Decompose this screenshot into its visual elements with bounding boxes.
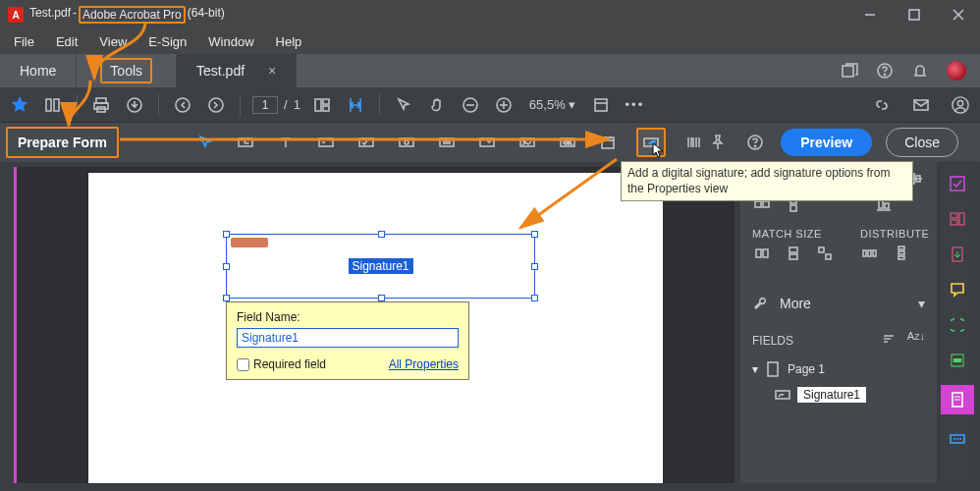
- rail-organize-icon[interactable]: [947, 208, 968, 230]
- text-field-icon[interactable]: [234, 131, 257, 154]
- svg-rect-71: [763, 201, 769, 207]
- right-panel: MATCH SIZE DISTRIBUTE More ▾ FIELDS AZ↓: [740, 161, 937, 483]
- resize-handle[interactable]: [223, 263, 230, 270]
- formbar-right: Preview Close: [706, 128, 980, 157]
- menu-file[interactable]: File: [4, 32, 44, 51]
- distribute-h-icon[interactable]: [860, 246, 880, 261]
- print-icon[interactable]: [89, 93, 113, 117]
- match-both-icon[interactable]: [815, 246, 835, 261]
- pdf-page[interactable]: Signature1 Field Name: Required field: [88, 173, 663, 483]
- account-icon[interactable]: [949, 93, 972, 117]
- tree-page-node[interactable]: ▾ Page 1: [752, 360, 925, 378]
- menu-view[interactable]: View: [89, 32, 136, 51]
- separator: [158, 94, 159, 116]
- rail-scan-icon[interactable]: [947, 314, 968, 336]
- image-field-icon[interactable]: [516, 131, 539, 154]
- sort-az-icon[interactable]: AZ↓: [907, 330, 925, 351]
- button-field-icon[interactable]: [395, 131, 418, 154]
- rail-comment-icon[interactable]: [947, 279, 968, 300]
- svg-rect-17: [323, 106, 329, 111]
- svg-rect-87: [898, 251, 904, 254]
- help-icon[interactable]: [876, 62, 894, 80]
- zoom-out-icon[interactable]: [459, 93, 482, 117]
- menu-esign[interactable]: E-Sign: [138, 32, 196, 51]
- tab-tools[interactable]: Tools: [77, 54, 177, 87]
- menu-window[interactable]: Window: [198, 32, 263, 51]
- link-icon[interactable]: [870, 93, 894, 117]
- resize-handle[interactable]: [223, 295, 230, 301]
- select-icon[interactable]: [392, 93, 415, 117]
- resize-handle[interactable]: [378, 295, 385, 301]
- share-icon[interactable]: [841, 62, 858, 80]
- more-menu[interactable]: More ▾: [752, 295, 925, 312]
- rail-redact-icon[interactable]: [947, 350, 968, 371]
- dropdown-field-icon[interactable]: [435, 131, 459, 154]
- page-current-input[interactable]: [252, 96, 278, 114]
- barcode-field-icon[interactable]: [682, 131, 706, 154]
- star-icon[interactable]: [8, 93, 31, 117]
- ok-button-field-icon[interactable]: OK: [556, 131, 579, 154]
- redo-icon[interactable]: [204, 93, 228, 117]
- pin-icon[interactable]: [706, 131, 730, 154]
- svg-point-103: [956, 438, 958, 440]
- tab-close-icon[interactable]: ×: [268, 63, 276, 79]
- save-icon[interactable]: [123, 93, 146, 117]
- tree-field-node[interactable]: Signature1: [774, 386, 925, 404]
- resize-handle[interactable]: [223, 231, 230, 238]
- rail-more-icon[interactable]: [947, 428, 968, 450]
- mail-icon[interactable]: [909, 93, 933, 117]
- help-circle-icon[interactable]: [743, 131, 767, 154]
- tab-document[interactable]: Test.pdf ×: [177, 54, 297, 87]
- user-avatar[interactable]: [947, 61, 966, 81]
- menu-edit[interactable]: Edit: [46, 32, 87, 51]
- close-window-button[interactable]: [936, 0, 980, 29]
- undo-icon[interactable]: [171, 93, 194, 117]
- rail-export-icon[interactable]: [947, 244, 968, 265]
- panel-toggle-icon[interactable]: [41, 93, 65, 117]
- read-mode-icon[interactable]: [589, 93, 613, 117]
- toolbar-right: [870, 93, 972, 117]
- resize-handle[interactable]: [531, 295, 538, 301]
- all-properties-link[interactable]: All Properties: [389, 357, 459, 371]
- fit-width-icon[interactable]: [344, 93, 367, 117]
- rail-prepare-form-icon[interactable]: [941, 385, 974, 414]
- rail-checkbox-icon[interactable]: [947, 173, 968, 194]
- bell-icon[interactable]: [911, 62, 929, 80]
- zoom-in-icon[interactable]: [492, 93, 516, 117]
- hand-icon[interactable]: [425, 93, 449, 117]
- pointer-tool-icon[interactable]: [193, 131, 217, 154]
- match-width-icon[interactable]: [752, 246, 772, 261]
- menu-help[interactable]: Help: [266, 32, 312, 51]
- required-checkbox[interactable]: Required field: [237, 357, 326, 371]
- checkbox-field-icon[interactable]: [314, 131, 338, 154]
- distribute-v-icon[interactable]: [892, 246, 911, 261]
- svg-point-102: [953, 438, 955, 440]
- digital-signature-tool[interactable]: [636, 128, 666, 157]
- text-icon[interactable]: [274, 131, 298, 154]
- signature-field[interactable]: Signature1: [226, 234, 535, 299]
- tab-home[interactable]: Home: [0, 54, 77, 87]
- preview-button[interactable]: Preview: [781, 129, 872, 156]
- match-height-icon[interactable]: [784, 246, 803, 261]
- resize-handle[interactable]: [378, 231, 385, 238]
- field-name-input[interactable]: [237, 328, 459, 348]
- thumbnails-icon[interactable]: [310, 93, 334, 117]
- maximize-button[interactable]: [892, 0, 936, 29]
- required-label: Required field: [253, 357, 326, 371]
- sort-order-icon[interactable]: [880, 330, 898, 351]
- document-area[interactable]: Signature1 Field Name: Required field: [14, 167, 735, 483]
- zoom-level[interactable]: 65,5% ▾: [525, 97, 580, 112]
- form-field-tools: OK: [193, 128, 706, 157]
- required-checkbox-input[interactable]: [237, 358, 249, 371]
- date-field-icon[interactable]: [596, 131, 620, 154]
- resize-handle[interactable]: [531, 263, 538, 270]
- close-tool-button[interactable]: Close: [886, 128, 958, 157]
- resize-handle[interactable]: [531, 231, 538, 238]
- page-number: / 1: [252, 96, 300, 114]
- svg-rect-16: [323, 99, 329, 104]
- more-tools-icon[interactable]: •••: [623, 93, 646, 117]
- radio-field-icon[interactable]: [354, 131, 378, 154]
- list-field-icon[interactable]: [475, 131, 499, 154]
- page-total: 1: [294, 97, 300, 112]
- minimize-button[interactable]: [847, 0, 892, 29]
